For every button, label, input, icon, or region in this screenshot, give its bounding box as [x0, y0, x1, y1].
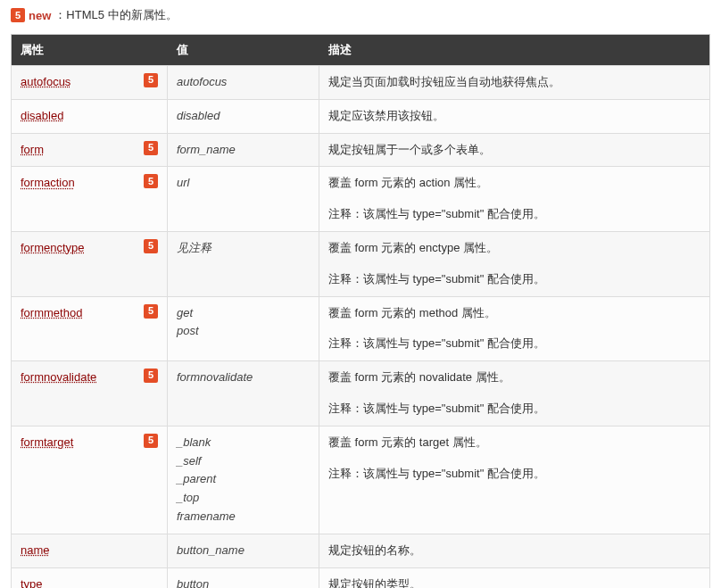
desc-text: 覆盖 form 元素的 method 属性。 [328, 306, 496, 319]
desc-text: 覆盖 form 元素的 enctype 属性。 [328, 241, 498, 254]
table-row: formaction5url覆盖 form 元素的 action 属性。注释：该… [12, 167, 710, 232]
table-row: autofocus5autofocus规定当页面加载时按钮应当自动地获得焦点。 [12, 66, 710, 100]
desc-cell: 覆盖 form 元素的 action 属性。注释：该属性与 type="subm… [319, 167, 710, 232]
header-desc: 描述 [319, 35, 710, 66]
desc-cell: 规定按钮属于一个或多个表单。 [319, 133, 710, 167]
attr-link-formnovalidate[interactable]: formnovalidate [21, 369, 96, 387]
intro-line: 5 new ：HTML5 中的新属性。 [0, 0, 721, 30]
html5-icon: 5 [144, 369, 158, 383]
header-attr: 属性 [12, 35, 168, 66]
attr-link-formaction[interactable]: formaction [21, 174, 75, 193]
new-label: new [29, 9, 51, 22]
desc-cell: 覆盖 form 元素的 target 属性。注释：该属性与 type="subm… [319, 426, 710, 534]
desc-cell: 覆盖 form 元素的 method 属性。注释：该属性与 type="subm… [319, 296, 710, 361]
value-cell: url [168, 167, 319, 232]
value-cell: form_name [168, 133, 319, 167]
desc-text: 规定按钮的名称。 [328, 543, 421, 557]
html5-icon: 5 [144, 141, 158, 155]
value-cell: disabled [168, 99, 319, 133]
desc-note: 注释：该属性与 type="submit" 配合使用。 [328, 205, 700, 224]
desc-note: 注释：该属性与 type="submit" 配合使用。 [328, 270, 700, 289]
table-row: form5form_name规定按钮属于一个或多个表单。 [12, 133, 710, 167]
html5-icon: 5 [144, 239, 158, 253]
desc-text: 覆盖 form 元素的 action 属性。 [328, 176, 488, 189]
attr-cell: type [12, 567, 168, 588]
desc-cell: 规定当页面加载时按钮应当自动地获得焦点。 [319, 66, 710, 100]
table-row: formmethod5get post覆盖 form 元素的 method 属性… [12, 296, 710, 361]
attr-link-disabled[interactable]: disabled [21, 107, 63, 126]
desc-text: 规定当页面加载时按钮应当自动地获得焦点。 [328, 75, 560, 88]
attr-cell: formnovalidate5 [12, 361, 168, 427]
attr-link-name[interactable]: name [21, 542, 50, 560]
attr-link-formenctype[interactable]: formenctype [21, 239, 85, 258]
desc-text: 规定应该禁用该按钮。 [328, 109, 444, 122]
value-cell: get post [168, 296, 319, 361]
attr-link-autofocus[interactable]: autofocus [21, 73, 70, 92]
attr-cell: formmethod5 [12, 296, 168, 361]
value-cell: button_name [168, 534, 319, 567]
html5-icon: 5 [11, 8, 25, 22]
attr-cell: form5 [12, 133, 168, 167]
attr-cell: disabled [12, 99, 168, 133]
desc-cell: 规定应该禁用该按钮。 [319, 99, 710, 133]
desc-cell: 规定按钮的类型。 [319, 567, 710, 588]
value-cell: _blank _self _parent _top framename [168, 426, 319, 534]
desc-note: 注释：该属性与 type="submit" 配合使用。 [328, 400, 700, 418]
attributes-table: 属性 值 描述 autofocus5autofocus规定当页面加载时按钮应当自… [11, 34, 710, 588]
table-row: formenctype5见注释覆盖 form 元素的 enctype 属性。注释… [12, 231, 710, 296]
attr-link-type[interactable]: type [21, 576, 43, 588]
html5-icon: 5 [144, 73, 158, 87]
table-row: formnovalidate5formnovalidate覆盖 form 元素的… [12, 361, 710, 427]
value-cell: button reset submit [168, 567, 319, 588]
desc-cell: 规定按钮的名称。 [319, 534, 710, 567]
desc-cell: 覆盖 form 元素的 enctype 属性。注释：该属性与 type="sub… [319, 231, 710, 296]
value-cell: formnovalidate [168, 361, 319, 427]
html5-icon: 5 [144, 174, 158, 188]
attr-link-form[interactable]: form [21, 141, 44, 160]
html5-icon: 5 [144, 434, 158, 448]
table-row: formtarget5_blank _self _parent _top fra… [12, 426, 710, 534]
table-header-row: 属性 值 描述 [12, 35, 710, 66]
table-row: disableddisabled规定应该禁用该按钮。 [12, 99, 710, 133]
desc-text: 覆盖 form 元素的 novalidate 属性。 [328, 370, 510, 384]
attr-link-formmethod[interactable]: formmethod [21, 304, 82, 323]
desc-text: 规定按钮的类型。 [328, 577, 421, 588]
table-row: namebutton_name规定按钮的名称。 [12, 534, 710, 567]
attr-cell: formenctype5 [12, 231, 168, 296]
value-cell: 见注释 [168, 231, 319, 296]
desc-cell: 覆盖 form 元素的 novalidate 属性。注释：该属性与 type="… [319, 361, 710, 427]
desc-text: 覆盖 form 元素的 target 属性。 [328, 435, 487, 449]
attr-cell: name [12, 534, 168, 567]
desc-text: 规定按钮属于一个或多个表单。 [328, 143, 491, 156]
intro-text: ：HTML5 中的新属性。 [54, 7, 177, 23]
attr-link-formtarget[interactable]: formtarget [21, 434, 73, 452]
attr-cell: formtarget5 [12, 426, 168, 534]
desc-note: 注释：该属性与 type="submit" 配合使用。 [328, 465, 700, 484]
table-row: typebutton reset submit规定按钮的类型。 [12, 567, 710, 588]
attr-cell: autofocus5 [12, 66, 168, 100]
html5-icon: 5 [144, 304, 158, 319]
attr-cell: formaction5 [12, 167, 168, 232]
header-value: 值 [168, 35, 319, 66]
desc-note: 注释：该属性与 type="submit" 配合使用。 [328, 335, 700, 353]
value-cell: autofocus [168, 66, 319, 100]
